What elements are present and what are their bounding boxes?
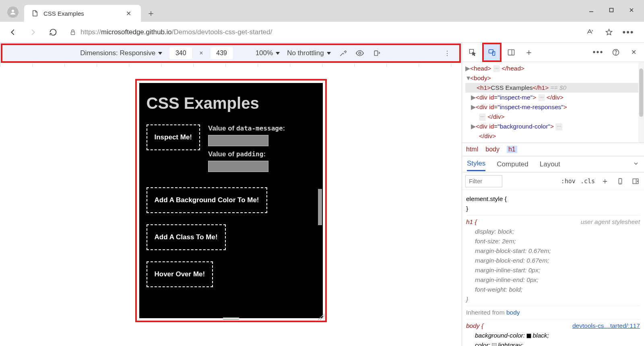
eyedropper-icon[interactable] bbox=[338, 48, 348, 58]
styles-filter-row: :hov .cls ＋ bbox=[462, 172, 644, 190]
tab-close-button[interactable]: ✕ bbox=[124, 10, 134, 17]
response-labels: Value of data-message: Value of padding: bbox=[208, 124, 285, 176]
maximize-button[interactable] bbox=[601, 2, 621, 18]
new-style-rule-button[interactable]: ＋ bbox=[600, 176, 610, 186]
devtools-header: ＋ ••• ✕ bbox=[462, 43, 644, 62]
throttling-dropdown[interactable]: No throttling bbox=[287, 49, 331, 57]
read-aloud-button[interactable] bbox=[583, 25, 597, 39]
forward-button[interactable] bbox=[25, 24, 41, 40]
svg-point-6 bbox=[359, 52, 361, 54]
styles-tabs: Styles Computed Layout bbox=[462, 156, 644, 172]
tab-computed[interactable]: Computed bbox=[497, 158, 528, 171]
dock-side-button[interactable] bbox=[503, 44, 519, 60]
height-input[interactable] bbox=[211, 47, 233, 59]
inherited-label: Inherited from bbox=[466, 309, 506, 316]
minimize-button[interactable] bbox=[581, 2, 601, 18]
vision-deficiency-icon[interactable] bbox=[355, 48, 365, 58]
add-class-box[interactable]: Add A Class To Me! bbox=[147, 224, 226, 250]
elements-tree[interactable]: ▶<head> ⋯ </head> ▼<body> <h1>CSS Exampl… bbox=[462, 62, 644, 143]
page-scrollbar[interactable] bbox=[318, 189, 322, 225]
element-style-selector: element.style { bbox=[466, 194, 640, 204]
back-button[interactable] bbox=[5, 24, 21, 40]
svg-rect-2 bbox=[610, 8, 613, 12]
breadcrumb-body[interactable]: body bbox=[485, 146, 500, 153]
hov-toggle[interactable]: :hov bbox=[561, 178, 576, 185]
device-frame: CSS Examples Inspect Me! Value of data-m… bbox=[135, 79, 327, 322]
emulated-page[interactable]: CSS Examples Inspect Me! Value of data-m… bbox=[139, 83, 323, 318]
inherited-from-link[interactable]: body bbox=[506, 309, 520, 316]
page-icon bbox=[31, 10, 39, 17]
styles-rules[interactable]: element.style { } h1 {user agent stylesh… bbox=[462, 190, 644, 346]
device-toggle-highlight bbox=[482, 43, 502, 62]
url-field[interactable]: https://microsoftedge.github.io/Demos/de… bbox=[65, 28, 579, 36]
settings-more-button[interactable]: ••• bbox=[621, 25, 635, 39]
window-controls bbox=[581, 2, 642, 18]
favorite-button[interactable] bbox=[602, 25, 616, 39]
black-swatch-icon[interactable] bbox=[526, 334, 531, 338]
tab-title: CSS Examples bbox=[43, 10, 84, 17]
zoom-dropdown[interactable]: 100% bbox=[256, 49, 280, 57]
padding-input[interactable] bbox=[208, 161, 268, 172]
ua-stylesheet-label: user agent stylesheet bbox=[581, 217, 640, 227]
devtools-panel: ＋ ••• ✕ ▶<head> ⋯ </head> ▼<body> <h1>CS… bbox=[462, 43, 644, 346]
breadcrumb-h1[interactable]: h1 bbox=[507, 146, 517, 153]
inspect-me-box[interactable]: Inspect Me! bbox=[147, 124, 200, 150]
hover-box[interactable]: Hover Over Me! bbox=[147, 261, 213, 287]
background-color-box[interactable]: Add A Background Color To Me! bbox=[147, 187, 267, 213]
cls-toggle[interactable]: .cls bbox=[580, 178, 595, 185]
svg-rect-5 bbox=[71, 32, 75, 35]
svg-rect-7 bbox=[374, 51, 378, 56]
browser-tab[interactable]: CSS Examples ✕ bbox=[24, 5, 141, 22]
svg-rect-17 bbox=[633, 179, 638, 184]
rotate-icon[interactable] bbox=[372, 48, 382, 58]
breadcrumb[interactable]: html body h1 bbox=[462, 143, 644, 156]
dimension-separator: × bbox=[199, 50, 203, 57]
elements-scrollbar[interactable] bbox=[638, 62, 644, 143]
data-message-input[interactable] bbox=[208, 135, 268, 146]
viewport-area: CSS Examples Inspect Me! Value of data-m… bbox=[0, 67, 462, 346]
svg-point-14 bbox=[615, 54, 616, 54]
breadcrumb-html[interactable]: html bbox=[466, 146, 478, 153]
tab-layout[interactable]: Layout bbox=[540, 158, 560, 171]
svg-point-0 bbox=[12, 10, 14, 12]
tab-styles[interactable]: Styles bbox=[467, 157, 485, 171]
expand-icon[interactable] bbox=[633, 160, 639, 168]
filter-input[interactable] bbox=[465, 175, 502, 187]
new-panel-button[interactable]: ＋ bbox=[521, 44, 537, 60]
device-styles-icon[interactable] bbox=[615, 176, 625, 186]
width-input[interactable] bbox=[169, 47, 192, 59]
close-devtools-button[interactable]: ✕ bbox=[625, 44, 642, 60]
body-selector: body { bbox=[466, 322, 483, 329]
reload-button[interactable] bbox=[45, 24, 61, 40]
computed-sidebar-icon[interactable] bbox=[630, 176, 641, 186]
svg-rect-10 bbox=[493, 51, 495, 55]
emulation-pane: Dimensions: Responsive × 100% No throttl… bbox=[0, 43, 462, 346]
devtools-more-button[interactable]: ••• bbox=[590, 44, 606, 60]
help-button[interactable] bbox=[608, 44, 624, 60]
address-bar: https://microsoftedge.github.io/Demos/de… bbox=[0, 22, 644, 43]
resize-grip-icon[interactable] bbox=[318, 313, 324, 320]
device-toolbar-more-icon[interactable]: ⋮ bbox=[442, 48, 452, 58]
dimensions-dropdown[interactable]: Dimensions: Responsive bbox=[80, 49, 162, 57]
window-titlebar: CSS Examples ✕ ＋ bbox=[0, 0, 644, 22]
profile-avatar[interactable] bbox=[7, 6, 19, 18]
source-link[interactable]: devtools-cs…tarted/:117 bbox=[572, 321, 640, 331]
window-close-button[interactable] bbox=[621, 2, 642, 18]
lightgray-swatch-icon[interactable] bbox=[492, 343, 497, 346]
page-heading: CSS Examples bbox=[147, 94, 316, 112]
lock-icon bbox=[69, 29, 76, 36]
drag-handle-icon[interactable] bbox=[223, 317, 239, 320]
device-toolbar: Dimensions: Responsive × 100% No throttl… bbox=[1, 44, 461, 63]
new-tab-button[interactable]: ＋ bbox=[144, 6, 158, 20]
url-text: https://microsoftedge.github.io/Demos/de… bbox=[80, 28, 272, 36]
h1-selector: h1 { bbox=[466, 218, 477, 225]
svg-rect-11 bbox=[508, 50, 514, 55]
inspect-element-button[interactable] bbox=[464, 44, 481, 60]
toggle-device-button[interactable] bbox=[484, 44, 500, 60]
